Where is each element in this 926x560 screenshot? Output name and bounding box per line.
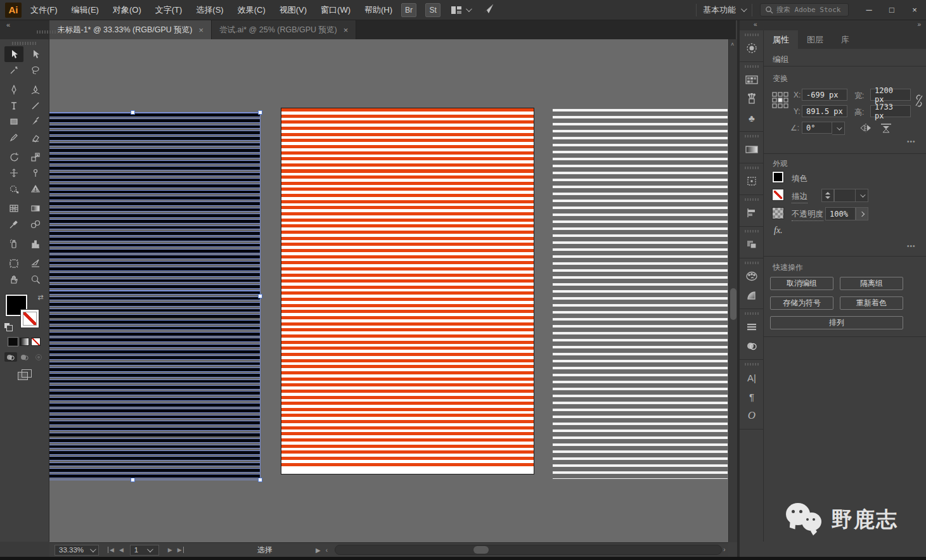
stroke-color-swatch[interactable] [773, 189, 783, 200]
opentype-panel-icon[interactable]: O [740, 406, 764, 425]
paragraph-panel-icon[interactable]: ¶ [740, 387, 764, 406]
appearance-more-options[interactable]: ••• [907, 243, 916, 250]
arrange-documents-button[interactable] [451, 6, 470, 15]
y-field[interactable]: 891.5 px [802, 105, 847, 117]
close-tab-icon[interactable]: × [198, 25, 203, 35]
close-button[interactable]: × [903, 0, 926, 20]
menu-edit[interactable]: 编辑(E) [72, 4, 99, 16]
selection-handle-mid-right[interactable] [258, 294, 262, 298]
type-tool[interactable] [4, 98, 23, 113]
maximize-button[interactable]: □ [880, 0, 903, 20]
color-panel-icon[interactable] [740, 39, 764, 58]
menu-type[interactable]: 文字(T) [155, 4, 183, 16]
tab-properties[interactable]: 属性 [764, 30, 798, 49]
slice-tool[interactable] [26, 255, 45, 271]
symbol-sprayer-tool[interactable] [4, 236, 23, 251]
reference-point-locator[interactable] [772, 92, 788, 110]
artboard-navigation-select[interactable]: 1 [130, 545, 159, 556]
brushes-panel-icon[interactable] [740, 89, 764, 108]
pen-tool[interactable] [4, 82, 23, 98]
arrange-button[interactable]: 排列 [770, 316, 903, 329]
color-guide-panel-icon[interactable] [740, 267, 764, 286]
scroll-right-icon[interactable]: › [723, 545, 726, 553]
horizontal-scrollbar[interactable] [335, 545, 722, 555]
zoom-tool[interactable] [26, 271, 45, 287]
collapse-dock-icon[interactable]: « [754, 21, 757, 28]
search-input[interactable] [776, 6, 843, 14]
pathfinder-panel-icon[interactable] [740, 235, 764, 254]
hand-tool[interactable] [4, 271, 23, 287]
menu-select[interactable]: 选择(S) [196, 4, 223, 16]
vertical-scrollbar-thumb[interactable] [730, 288, 736, 320]
gradient-tool[interactable] [26, 200, 45, 216]
link-dimensions-icon[interactable] [914, 94, 924, 110]
default-fill-stroke-icon[interactable] [4, 323, 13, 331]
magic-wand-tool[interactable] [4, 62, 23, 78]
height-field[interactable]: 1733 px [870, 105, 911, 117]
curvature-tool[interactable] [26, 82, 45, 98]
artboard-tool[interactable] [4, 255, 23, 271]
canvas[interactable] [49, 39, 728, 542]
free-transform-tool[interactable] [4, 181, 23, 196]
menu-effect[interactable]: 效果(C) [238, 4, 266, 16]
document-tab-changshi[interactable]: 尝试.ai* @ 25% (RGB/GPU 预览) × [212, 20, 356, 39]
swatches-panel-icon[interactable] [740, 70, 764, 89]
gradient-panel-icon[interactable] [740, 140, 764, 159]
menu-view[interactable]: 视图(V) [280, 4, 307, 16]
align-panel-icon[interactable] [740, 203, 764, 222]
stroke-swatch[interactable] [21, 310, 39, 328]
angle-dropdown[interactable] [832, 122, 845, 135]
tab-layers[interactable]: 图层 [798, 30, 832, 49]
swap-fill-stroke-icon[interactable]: ⇄ [37, 293, 43, 302]
effects-button[interactable]: fx. [774, 226, 783, 236]
none-mode-button[interactable] [31, 338, 41, 346]
artboard-white-stripes[interactable] [553, 109, 728, 479]
menu-object[interactable]: 对象(O) [113, 4, 141, 16]
gradient-mode-button[interactable] [20, 338, 29, 346]
eyedropper-tool[interactable] [4, 216, 23, 232]
recolor-button[interactable]: 重新着色 [840, 296, 903, 310]
stroke-weight-field[interactable] [834, 189, 856, 202]
status-play-icon[interactable]: ▶ [316, 547, 321, 554]
width-tool[interactable] [4, 165, 23, 181]
zoom-level-select[interactable]: 33.33% [55, 545, 99, 556]
vertical-scrollbar[interactable]: ˄ [728, 39, 737, 542]
symbols-panel-icon[interactable]: ♣ [740, 108, 764, 127]
blend-tool[interactable] [26, 216, 45, 232]
horizontal-scrollbar-thumb[interactable] [473, 546, 489, 554]
ungroup-button[interactable]: 取消编组 [770, 277, 833, 290]
flip-horizontal-icon[interactable] [860, 123, 871, 135]
bridge-button[interactable]: Br [401, 3, 416, 17]
selection-tool[interactable] [4, 46, 23, 62]
character-panel-icon[interactable]: A| [740, 368, 764, 387]
transparency-panel-icon[interactable] [740, 336, 764, 355]
stock-search[interactable] [760, 3, 849, 16]
color-mode-button[interactable] [8, 338, 18, 346]
drag-handle-icon[interactable] [37, 30, 63, 34]
stroke-label[interactable]: 描边 [792, 191, 807, 203]
previous-artboard-icon[interactable]: ◀ [119, 547, 124, 553]
stock-button[interactable]: St [425, 3, 440, 17]
scale-tool[interactable] [26, 149, 45, 165]
perspective-grid-tool[interactable] [26, 181, 45, 196]
stroke-weight-dropdown[interactable] [856, 189, 868, 202]
first-artboard-icon[interactable]: ◀ [108, 547, 114, 553]
width-field[interactable]: 1200 px [870, 89, 911, 101]
next-artboard-icon[interactable]: ▶ [168, 547, 172, 553]
shaper-tool[interactable] [4, 129, 23, 145]
share-icon[interactable] [482, 3, 494, 16]
appearance-panel-icon[interactable] [740, 286, 764, 305]
artboard-navy-stripes[interactable] [49, 113, 260, 480]
transform-panel-icon[interactable] [740, 172, 764, 191]
stroke-weight-stepper[interactable] [821, 189, 834, 202]
scroll-up-icon[interactable]: ˄ [731, 42, 736, 47]
drag-handle-icon[interactable] [12, 42, 37, 45]
selection-handle-bottom-center[interactable] [131, 478, 135, 482]
minimize-button[interactable]: ─ [858, 0, 880, 20]
flip-vertical-icon[interactable] [880, 123, 892, 135]
line-segment-tool[interactable] [26, 98, 45, 113]
rotate-tool[interactable] [4, 149, 23, 165]
opacity-field[interactable]: 100% [825, 207, 856, 220]
rectangle-tool[interactable] [4, 113, 23, 129]
draw-behind-mode[interactable] [18, 352, 31, 362]
